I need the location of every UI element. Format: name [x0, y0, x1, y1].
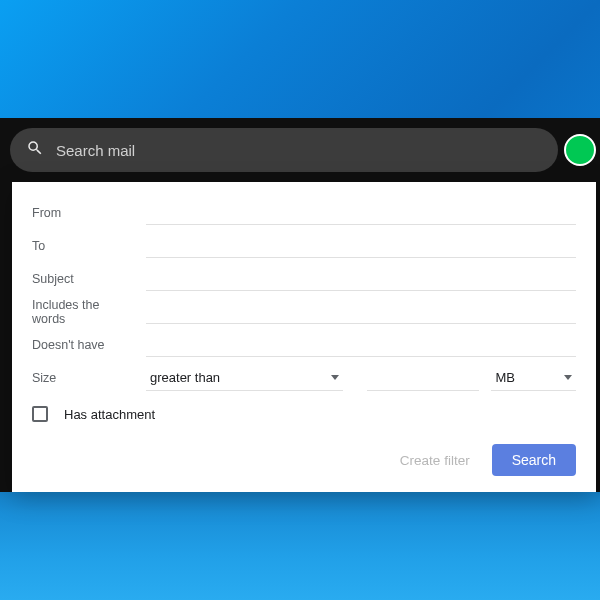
doesnt-have-label: Doesn't have — [32, 338, 134, 352]
search-button[interactable]: Search — [492, 444, 576, 476]
subject-label: Subject — [32, 272, 134, 286]
chevron-down-icon — [331, 375, 339, 380]
doesnt-have-row: Doesn't have — [32, 328, 576, 361]
size-operator-select[interactable]: greater than — [146, 365, 343, 391]
subject-row: Subject — [32, 262, 576, 295]
to-row: To — [32, 229, 576, 262]
create-filter-button: Create filter — [400, 453, 470, 468]
search-input[interactable] — [56, 142, 542, 159]
browser-window: or From To Subject Includes the words Do… — [0, 118, 600, 492]
from-label: From — [32, 206, 134, 220]
subject-input[interactable] — [146, 267, 576, 291]
size-unit-select[interactable]: MB — [491, 365, 576, 391]
has-attachment-label: Has attachment — [64, 407, 155, 422]
includes-label: Includes the words — [32, 298, 134, 326]
size-operator-value: greater than — [150, 370, 220, 385]
actions-row: Create filter Search — [32, 444, 576, 476]
from-row: From — [32, 196, 576, 229]
to-input[interactable] — [146, 234, 576, 258]
has-attachment-checkbox[interactable] — [32, 406, 48, 422]
search-mail-bar[interactable] — [10, 128, 558, 172]
includes-row: Includes the words — [32, 295, 576, 328]
search-options-panel: From To Subject Includes the words Doesn… — [12, 182, 596, 492]
to-label: To — [32, 239, 134, 253]
includes-input[interactable] — [146, 300, 576, 324]
has-attachment-row: Has attachment — [32, 406, 576, 422]
size-row: Size greater than MB — [32, 361, 576, 394]
size-number-input[interactable] — [367, 365, 480, 391]
avatar[interactable] — [564, 134, 596, 166]
search-icon — [26, 139, 44, 161]
size-unit-value: MB — [495, 370, 515, 385]
doesnt-have-input[interactable] — [146, 333, 576, 357]
size-label: Size — [32, 371, 134, 385]
chevron-down-icon — [564, 375, 572, 380]
from-input[interactable] — [146, 201, 576, 225]
